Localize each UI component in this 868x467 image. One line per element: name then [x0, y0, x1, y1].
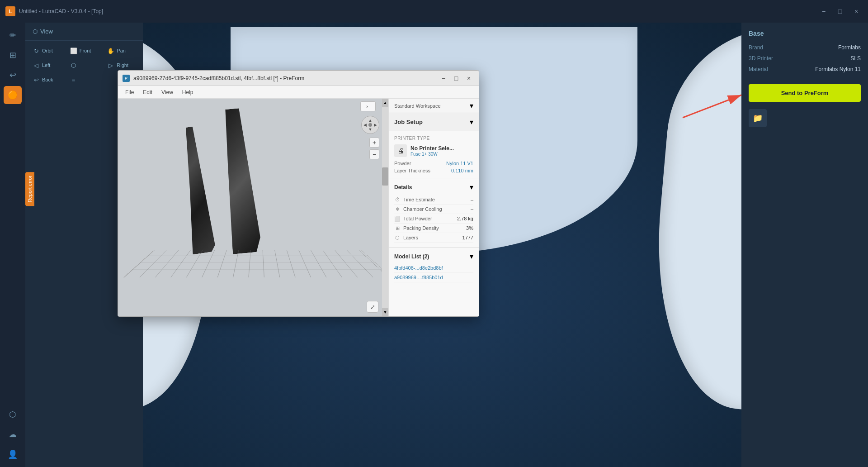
nav-right-icon[interactable]: ▶ — [374, 123, 377, 127]
brand-label: Brand — [749, 44, 763, 51]
chamber-cooling-row: ❄ Chamber Cooling – — [394, 205, 473, 214]
pan-button[interactable]: ✋ Pan — [104, 44, 139, 57]
layers-icon: ≡ — [70, 76, 77, 83]
dialog-menubar: File Edit View Help — [118, 86, 479, 99]
menu-edit[interactable]: Edit — [139, 87, 156, 97]
send-to-preform-button[interactable]: Send to PreForm — [749, 84, 861, 102]
front-button[interactable]: ⬜ Front — [66, 44, 102, 57]
powder-spec-row: Powder Nylon 11 V1 — [394, 161, 473, 166]
model-list-item-2[interactable]: a9089969-...f885b01d — [394, 273, 473, 282]
nav-up-icon[interactable]: ▲ — [368, 118, 373, 123]
material-label: Material — [749, 66, 768, 72]
powder-label: Powder — [394, 161, 411, 166]
time-estimate-left: ⏱ Time Estimate — [394, 196, 435, 203]
dialog-right-panel: Standard Workspace ▾ Job Setup ▾ PRINTER… — [388, 99, 479, 316]
workspace-label: Standard Workspace — [394, 103, 441, 109]
view-icon: ⬡ — [33, 28, 38, 35]
view-nav-circle[interactable]: ▲ ▼ ◀ ▶ — [361, 116, 379, 134]
scroll-up-button[interactable]: ▲ — [382, 99, 388, 107]
total-powder-left: ⬜ Total Powder — [394, 215, 432, 222]
model-list-chevron: ▾ — [470, 252, 473, 261]
job-setup-title: Job Setup — [394, 119, 423, 125]
corner-expand-button[interactable]: ⤢ — [367, 301, 378, 313]
printer-row: 3D Printer SLS — [749, 55, 861, 62]
tool-cloud-icon[interactable]: ☁ — [4, 425, 22, 443]
nav-left-icon[interactable]: ◀ — [363, 123, 367, 127]
printer-icon: 🖨 — [394, 144, 407, 157]
printer-name: No Printer Sele... — [410, 145, 454, 152]
orbit-button[interactable]: ↻ Orbit — [29, 44, 65, 57]
density-icon: ⊞ — [394, 225, 401, 231]
base-section-title: Base — [749, 30, 861, 37]
maximize-button[interactable]: □ — [834, 5, 846, 18]
folder-icon: 📁 — [753, 113, 763, 123]
dialog-close-button[interactable]: × — [463, 74, 474, 83]
scroll-thumb[interactable] — [382, 167, 388, 186]
viewport-grid — [141, 235, 375, 289]
tool-pencil-icon[interactable]: ✏ — [4, 26, 22, 44]
front-icon: ⬜ — [70, 47, 77, 54]
layers-detail-label: Layers — [403, 235, 418, 240]
details-header[interactable]: Details ▾ — [394, 183, 473, 191]
nav-down-icon[interactable]: ▼ — [368, 127, 373, 132]
back-icon: ↩ — [33, 76, 40, 83]
viewport-scrollbar[interactable]: ▲ ▼ — [382, 99, 388, 316]
tool-select-icon[interactable]: ⊞ — [4, 46, 22, 64]
tool-active-icon[interactable]: 🟠 — [4, 86, 22, 104]
right-panel: Base Brand Formlabs 3D Printer SLS Mater… — [741, 23, 868, 467]
layers-detail-icon: ⬡ — [394, 234, 401, 241]
3d-viewport[interactable]: › ▲ ▼ ◀ ▶ + − ⤢ ▲ — [118, 99, 388, 316]
tool-undo-icon[interactable]: ↩ — [4, 66, 22, 84]
dialog-minimize-button[interactable]: − — [438, 74, 449, 83]
details-section: Details ▾ ⏱ Time Estimate – ❄ Chamber Co… — [389, 178, 479, 247]
workspace-selector[interactable]: Standard Workspace ▾ — [389, 99, 479, 113]
left-label: Left — [42, 62, 50, 68]
nav-center-dot — [368, 123, 372, 127]
cooling-value: – — [471, 206, 473, 212]
scroll-down-button[interactable]: ▼ — [382, 308, 388, 316]
left-icon: ◁ — [33, 62, 40, 69]
menu-file[interactable]: File — [122, 87, 137, 97]
view-header: ⬡ View — [25, 23, 143, 41]
menu-view[interactable]: View — [158, 87, 177, 97]
dialog-window-controls: − □ × — [438, 74, 474, 83]
workspace-chevron: ▾ — [470, 101, 473, 110]
scroll-track[interactable] — [382, 107, 388, 308]
zoom-out-button[interactable]: − — [369, 149, 379, 159]
right-button[interactable]: ▷ Right — [104, 59, 139, 71]
menu-help[interactable]: Help — [179, 87, 197, 97]
layers-button[interactable]: ≡ — [66, 73, 102, 86]
tool-user-icon[interactable]: 👤 — [4, 445, 22, 463]
close-button[interactable]: × — [850, 5, 863, 18]
model-container — [186, 108, 260, 253]
expand-view-button[interactable]: › — [360, 101, 376, 111]
details-title: Details — [394, 184, 412, 191]
sidebar-tools: ✏ ⊞ ↩ 🟠 ⬡ ☁ 👤 — [0, 23, 25, 467]
printer-label: 3D Printer — [749, 55, 773, 62]
tool-nav-icon[interactable]: ⬡ — [4, 405, 22, 424]
orbit-label: Orbit — [42, 48, 53, 53]
report-error-tab[interactable]: Report error — [25, 172, 34, 206]
model-list-title: Model List (2) — [394, 253, 429, 260]
back-button[interactable]: ↩ Back — [29, 73, 65, 86]
zoom-in-button[interactable]: + — [369, 138, 379, 148]
folder-button[interactable]: 📁 — [749, 109, 767, 127]
back-label: Back — [42, 77, 53, 82]
minimize-button[interactable]: − — [817, 5, 830, 18]
dialog-maximize-button[interactable]: □ — [451, 74, 462, 83]
titlebar-controls: − □ × — [817, 5, 863, 18]
pan-label: Pan — [117, 48, 126, 53]
view-cube-button[interactable]: ⬡ — [66, 59, 102, 71]
dialog-body: › ▲ ▼ ◀ ▶ + − ⤢ ▲ — [118, 99, 479, 316]
total-powder-row: ⬜ Total Powder 2.78 kg — [394, 214, 473, 224]
right-label: Right — [117, 62, 128, 68]
left-button[interactable]: ◁ Left — [29, 59, 65, 71]
orbit-icon: ↻ — [33, 47, 40, 54]
model-list-item-1[interactable]: 4fbfd408-...d8e2bd8bf — [394, 263, 473, 273]
nav-circle-outer[interactable]: ▲ ▼ ◀ ▶ — [361, 116, 379, 134]
time-estimate-row: ⏱ Time Estimate – — [394, 195, 473, 205]
job-setup-header[interactable]: Job Setup ▾ — [389, 113, 479, 131]
view-label: View — [40, 28, 53, 35]
model-list-header[interactable]: Model List (2) ▾ — [394, 252, 473, 261]
time-icon: ⏱ — [394, 196, 401, 203]
